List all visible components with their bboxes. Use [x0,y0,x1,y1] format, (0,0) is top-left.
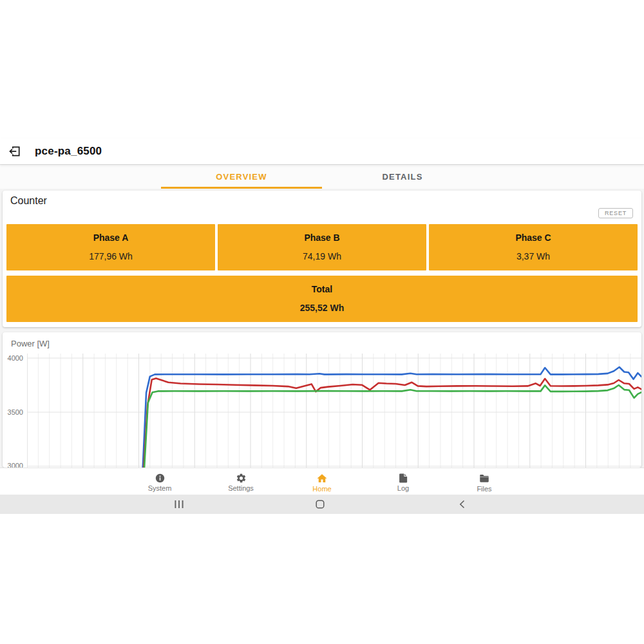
back-button[interactable] [448,495,477,514]
nav-label-home: Home [312,485,331,493]
tab-details-label: DETAILS [382,172,422,182]
phase-c-tile: Phase C 3,37 Wh [429,224,638,270]
phase-b-value: 74,19 Wh [303,251,341,261]
phase-a-value: 177,96 Wh [89,251,133,261]
page-title: pce-pa_6500 [35,145,102,158]
home-icon [316,473,328,484]
exit-to-app-icon[interactable] [0,138,30,164]
app-bar: pce-pa_6500 [0,138,644,164]
total-tile: Total 255,52 Wh [6,276,638,322]
phase-tiles: Phase A 177,96 Wh Phase B 74,19 Wh Phase… [6,224,638,270]
recents-icon [174,499,184,509]
nav-item-home[interactable]: Home [281,468,363,495]
active-tab-underline [161,187,322,189]
total-value: 255,52 Wh [300,303,344,313]
phase-c-value: 3,37 Wh [516,251,550,261]
nav-item-settings[interactable]: Settings [200,468,281,495]
phase-a-tile: Phase A 177,96 Wh [6,224,215,270]
file-icon [398,473,409,484]
nav-item-system[interactable]: System [119,468,200,495]
nav-item-log[interactable]: Log [363,468,444,495]
nav-label-system: System [148,484,172,492]
phase-b-label: Phase B [304,232,339,243]
home-square-icon [315,499,325,509]
tab-overview[interactable]: OVERVIEW [161,164,322,189]
recents-button[interactable] [165,495,193,514]
nav-label-files: Files [477,485,491,493]
reset-button[interactable]: RESET [598,208,633,218]
bottom-navigation: System Settings Home Log [0,468,644,495]
chart-plot [27,354,641,468]
counter-card: Counter RESET Phase A 177,96 Wh Phase B … [3,191,641,327]
screen: pce-pa_6500 OVERVIEW DETAILS Counter RES… [0,0,644,644]
counter-title: Counter [10,195,47,207]
back-chevron-icon [457,499,468,509]
tab-details[interactable]: DETAILS [322,164,483,189]
nav-item-files[interactable]: Files [444,468,525,495]
info-icon [155,473,166,484]
y-axis-tick-label: 3000 [4,462,23,468]
phase-c-label: Phase C [515,232,551,243]
phase-b-tile: Phase B 74,19 Wh [218,224,426,270]
power-chart-card: Power [W] 400035003000 [3,332,641,468]
nav-label-log: Log [397,484,409,492]
y-axis-tick-label: 3500 [4,408,23,416]
total-label: Total [312,284,332,294]
home-button[interactable] [306,495,334,514]
nav-label-settings: Settings [228,484,254,492]
phase-a-label: Phase A [93,232,129,243]
folder-icon [478,473,490,484]
chart-title: Power [W] [11,339,50,348]
y-axis-tick-label: 4000 [4,354,23,362]
tab-overview-label: OVERVIEW [216,172,267,182]
tab-strip: OVERVIEW DETAILS [0,164,644,189]
system-nav-bar [0,495,644,514]
gear-icon [236,473,247,484]
